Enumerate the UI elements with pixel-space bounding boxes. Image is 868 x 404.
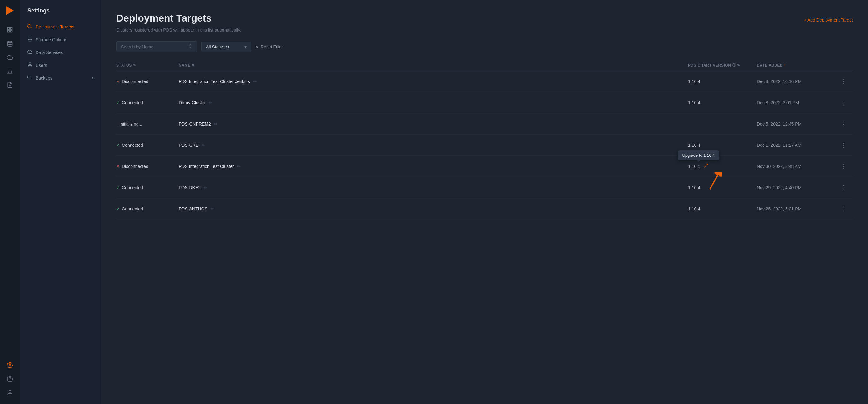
edit-icon[interactable]: ✏ xyxy=(202,143,205,148)
cluster-name: PDS Integration Test Cluster xyxy=(179,164,234,169)
actions-cell: ⋮ xyxy=(838,114,853,134)
svg-marker-0 xyxy=(6,6,14,15)
version-cell: 1.10.4 xyxy=(688,74,757,89)
column-header-date[interactable]: DATE ADDED ↑ xyxy=(757,63,838,67)
row-menu-button[interactable]: ⋮ xyxy=(838,119,849,129)
row-menu-button[interactable]: ⋮ xyxy=(838,140,849,150)
sidebar-item-data-services[interactable]: Data Services xyxy=(20,46,101,59)
column-header-status[interactable]: STATUS ⇅ xyxy=(116,63,179,67)
edit-icon[interactable]: ✏ xyxy=(211,206,214,211)
date-value: Dec 1, 2022, 11:27 AM xyxy=(757,143,801,148)
status-label: Connected xyxy=(122,100,143,105)
row-menu-button[interactable]: ⋮ xyxy=(838,98,849,107)
sidebar-item-backups[interactable]: Backups › xyxy=(20,71,101,84)
chevron-down-icon: ▾ xyxy=(244,44,247,49)
status-label: Disconnected xyxy=(122,79,148,84)
table-row: ✓ Connected PDS-GKE ✏ 1.10.4 Dec 1, 2022… xyxy=(116,135,853,156)
add-deployment-target-button[interactable]: + Add Deployment Target xyxy=(804,15,853,25)
status-label: Connected xyxy=(122,143,143,148)
row-menu-button[interactable]: ⋮ xyxy=(838,204,849,213)
status-cell: ✓ Connected xyxy=(116,180,179,195)
status-filter-label: All Statuses xyxy=(206,44,229,49)
date-value: Dec 8, 2022, 10:16 PM xyxy=(757,79,801,84)
reset-filter-button[interactable]: ✕ Reset Filter xyxy=(255,44,283,49)
table-row: ✓ Connected Dhruv-Cluster ✏ 1.10.4 Dec 8… xyxy=(116,92,853,113)
status-cell: ✓ Connected xyxy=(116,138,179,153)
sidebar-icon-dashboard[interactable] xyxy=(4,24,16,36)
status-cell: ✓ Connected xyxy=(116,95,179,110)
version-cell: 1.10.4 xyxy=(688,95,757,110)
column-header-name[interactable]: NAME ⇅ xyxy=(179,63,688,67)
date-cell: Dec 8, 2022, 3:01 PM xyxy=(757,95,838,110)
version-value: 1.10.4 xyxy=(688,79,700,84)
upgrade-button[interactable] xyxy=(703,163,709,170)
svg-point-15 xyxy=(9,391,11,393)
page-title: Deployment Targets xyxy=(116,12,212,24)
svg-point-17 xyxy=(29,63,31,64)
status-filter-dropdown[interactable]: All Statuses ▾ xyxy=(201,41,251,52)
name-cell: PDS-RKE2 ✏ xyxy=(179,180,688,195)
svg-rect-1 xyxy=(8,28,10,30)
edit-icon[interactable]: ✏ xyxy=(204,185,208,190)
close-icon: ✕ xyxy=(255,44,259,49)
table-row: ✓ Connected PDS-RKE2 ✏ 1.10.4 Nov 29, 20… xyxy=(116,177,853,198)
actions-cell: ⋮ xyxy=(838,157,853,176)
deployment-targets-icon xyxy=(28,24,32,30)
status-cell: ✓ Connected xyxy=(116,201,179,216)
version-value: 1.10.4 xyxy=(688,100,700,105)
date-cell: Nov 25, 2022, 5:21 PM xyxy=(757,201,838,216)
svg-point-5 xyxy=(8,41,12,43)
sidebar-icon-cloud[interactable] xyxy=(4,51,16,64)
name-cell: PDS Integration Test Cluster ✏ xyxy=(179,159,688,174)
page-subtitle: Clusters registered with PDS will appear… xyxy=(116,28,853,32)
column-header-version[interactable]: PDS CHART VERSION ⓘ ⇅ xyxy=(688,63,757,67)
name-cell: PDS-ANTHOS ✏ xyxy=(179,201,688,216)
name-cell: PDS Integration Test Cluster Jenkins ✏ xyxy=(179,74,688,89)
sidebar-icon-doc[interactable] xyxy=(4,79,16,91)
sidebar-item-users[interactable]: Users xyxy=(20,59,101,71)
edit-icon[interactable]: ✏ xyxy=(214,122,218,127)
row-menu-button[interactable]: ⋮ xyxy=(838,77,849,86)
users-icon xyxy=(28,62,32,68)
date-value: Nov 30, 2022, 3:48 AM xyxy=(757,164,801,169)
status-badge-connected: ✓ Connected xyxy=(116,185,143,190)
version-cell xyxy=(688,119,757,129)
edit-icon[interactable]: ✏ xyxy=(253,79,257,84)
date-cell: Dec 8, 2022, 10:16 PM xyxy=(757,74,838,89)
info-icon: ⓘ xyxy=(733,63,736,67)
sidebar-item-label-data-services: Data Services xyxy=(36,50,63,55)
sidebar-item-label-backups: Backups xyxy=(36,75,53,80)
filters-bar: All Statuses ▾ ✕ Reset Filter xyxy=(116,41,853,52)
sidebar-item-label-users: Users xyxy=(36,63,47,68)
status-cell: ✕ Disconnected xyxy=(116,159,179,174)
sidebar-icon-user[interactable] xyxy=(4,386,16,399)
sidebar-icon-chart[interactable] xyxy=(4,65,16,77)
status-label: Disconnected xyxy=(122,164,148,169)
search-input[interactable] xyxy=(121,44,186,49)
sidebar-item-deployment-targets[interactable]: Deployment Targets xyxy=(20,20,101,33)
sidebar-item-storage-options[interactable]: Storage Options xyxy=(20,33,101,46)
row-menu-button[interactable]: ⋮ xyxy=(838,162,849,171)
nav-sidebar: Settings Deployment Targets Storage Opti… xyxy=(20,0,101,404)
search-box[interactable] xyxy=(116,41,197,52)
edit-icon[interactable]: ✏ xyxy=(209,100,213,105)
status-cell: Initializing... xyxy=(116,116,179,131)
x-icon: ✕ xyxy=(116,164,120,169)
status-sort-icon: ⇅ xyxy=(133,63,136,67)
main-content: Deployment Targets + Add Deployment Targ… xyxy=(101,0,868,404)
backups-icon xyxy=(28,75,32,81)
reset-filter-label: Reset Filter xyxy=(260,44,283,49)
sidebar-icon-database[interactable] xyxy=(4,37,16,50)
version-cell: 1.10.4 xyxy=(688,180,757,195)
row-menu-button[interactable]: ⋮ xyxy=(838,183,849,192)
app-logo[interactable] xyxy=(4,5,16,16)
date-value: Nov 25, 2022, 5:21 PM xyxy=(757,206,801,211)
sidebar-icon-help[interactable] xyxy=(4,373,16,385)
name-cell: PDS-ONPREM2 ✏ xyxy=(179,116,688,131)
data-services-icon xyxy=(28,49,32,55)
sidebar-icon-settings[interactable] xyxy=(4,359,16,372)
date-cell: Dec 1, 2022, 11:27 AM xyxy=(757,138,838,153)
edit-icon[interactable]: ✏ xyxy=(237,164,241,169)
version-cell: 1.10.4 xyxy=(688,138,757,153)
status-label: Connected xyxy=(122,185,143,190)
